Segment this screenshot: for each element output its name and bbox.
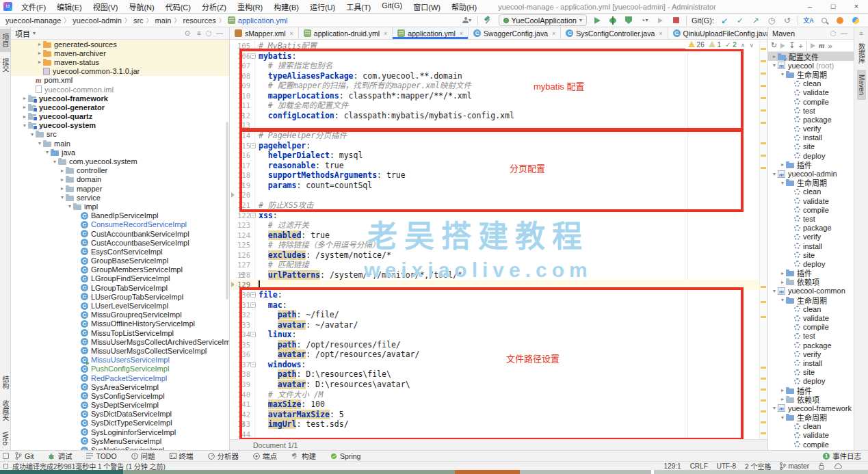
tree-item[interactable]: site [768,250,854,259]
tree-item[interactable]: CBanedIpServiceImpl [11,211,229,220]
tool-strip-button-Web[interactable]: Web [1,427,10,450]
maximize-button[interactable]: □ [821,0,845,13]
tree-item[interactable]: ▸mapper [11,184,229,193]
chevron-right-icon[interactable]: ▸ [59,168,66,174]
tree-item[interactable]: yuecool-common.iml [11,85,229,94]
menu-item[interactable]: 运行(U) [305,0,340,14]
tree-item[interactable]: test [768,214,854,223]
lock-icon[interactable] [818,462,825,470]
chevron-right-icon[interactable]: ▸ [771,53,778,60]
tree-item[interactable]: CRedPacketServiceImpl [11,373,229,382]
tree-item[interactable]: validate [768,313,854,322]
tree-item[interactable]: ▸maven-status [11,57,229,66]
toolwindow-button-调试[interactable]: 调试 [48,451,72,461]
tree-item[interactable]: verify [768,233,854,241]
editor-tab[interactable]: sMapper.xml× [230,27,299,39]
tree-item[interactable]: install [768,241,854,250]
editor-tab[interactable]: CQiniuUploadFileConfig.java× [668,27,767,39]
tree-item[interactable]: CMissuGroupreqServiceImpl [11,311,229,319]
menu-item[interactable]: 导航(N) [124,0,159,14]
tree-item[interactable]: CSysDeptServiceImpl [11,401,229,410]
chevron-right-icon[interactable]: ▸ [59,185,66,192]
breadcrumb-item[interactable]: yuecool-admin [73,16,122,25]
maven-download-icon[interactable]: ↧ [789,41,795,50]
toolwindow-button-问题[interactable]: 问题 [131,451,155,461]
chevron-down-icon[interactable]: ▾ [779,297,786,303]
tool-strip-button-收藏夹[interactable]: 收藏夹 [0,395,11,425]
menu-item[interactable]: 编辑(E) [52,0,87,14]
menu-item[interactable]: 文件(F) [16,0,51,14]
chevron-down-icon[interactable]: ▾ [51,159,58,165]
tree-item[interactable]: yuecool-common-3.1.0.jar [11,67,229,76]
chevron-right-icon[interactable]: ▸ [36,59,43,65]
chevron-down-icon[interactable]: ▾ [779,414,786,421]
tree-item[interactable]: CMissuUsersServiceImpl [11,356,229,365]
chevron-right-icon[interactable]: ▸ [59,176,66,183]
encoding[interactable]: UTF-8 [717,462,736,470]
plugin-ball-icon[interactable] [850,15,861,26]
git-update-icon[interactable]: ↙ [719,15,730,26]
tree-item[interactable]: CEsysConfServiceImpl [11,247,229,256]
tree-item[interactable]: compile [768,97,854,106]
editor-line[interactable]: 124 enabled: true [230,231,759,241]
chevron-down-icon[interactable]: ▾ [771,288,778,294]
next-problem-icon[interactable]: ∨ [749,42,754,49]
tree-item[interactable]: ▾service [11,193,229,202]
tree-item[interactable]: mpom.xml [11,76,229,85]
tree-item[interactable]: CSysMenuServiceImpl [11,436,229,445]
translate-icon[interactable]: 文A [803,15,814,26]
user-profile-icon[interactable]: ▾ [462,15,473,26]
tree-item[interactable]: package [768,341,854,350]
tree-item[interactable]: ▸依赖项 [768,278,854,287]
fold-marker-icon[interactable]: − [250,213,256,218]
tab-close-icon[interactable]: × [460,30,463,37]
editor-tab[interactable]: application.yml× [393,27,469,39]
hide-panel-icon[interactable]: — [214,29,225,37]
tree-item[interactable]: CSysDictDataServiceImpl [11,410,229,419]
tree-item[interactable]: verify [768,350,854,358]
locate-file-icon[interactable]: ⊙ [183,29,192,37]
run-button[interactable] [592,15,603,26]
hide-panel-icon[interactable]: — [839,29,850,37]
rollback-icon[interactable]: ↺ [782,15,793,26]
maven-run-config-icon[interactable] [780,43,785,49]
tree-item[interactable]: compile [768,323,854,332]
chevron-right-icon[interactable]: ▸ [36,41,43,47]
tree-item[interactable]: ▸插件 [768,160,854,169]
event-log-button[interactable]: 1事件日志 [823,451,861,461]
debug-button[interactable] [607,15,618,26]
breadcrumb-item[interactable]: main [155,16,172,25]
chevron-down-icon[interactable]: ▾ [771,171,778,177]
editor-tab[interactable]: application-druid.yml× [299,27,393,39]
tree-item[interactable]: test [768,106,854,115]
chevron-right-icon[interactable]: ▸ [779,270,786,276]
tree-item[interactable]: validate [768,88,854,97]
chevron-right-icon[interactable]: ▸ [36,50,43,56]
gear-icon[interactable] [830,31,836,36]
scrollbar[interactable] [226,122,228,300]
editor[interactable]: 26 1 ✓ 2 ∧ ∨ 老吴搭建教程 weixiaolive.com 105#… [230,40,767,439]
toolwindow-button-构建[interactable]: 构建 [291,451,316,461]
tree-item[interactable]: CCustAccountbaseServiceImpl [11,238,229,247]
editor-line[interactable]: 127 # 匹配链接 [230,260,759,270]
maven-more-icon[interactable]: » [828,42,832,50]
chevron-right-icon[interactable]: ▸ [21,114,28,120]
chevron-down-icon[interactable]: ▾ [779,180,786,186]
menu-item[interactable]: Git(G) [377,0,407,14]
chevron-right-icon[interactable]: ▸ [779,396,786,402]
tree-item[interactable]: ▸yuecool-framework [11,94,229,103]
plugin-orange-icon[interactable] [834,15,845,26]
tool-strip-button-Maven[interactable]: Maven [857,70,866,100]
tree-item[interactable]: ▸domain [11,175,229,184]
toolwindow-button-Spring[interactable]: Spring [330,452,360,460]
tree-item[interactable]: ▸依赖项 [768,395,854,404]
tree-item[interactable]: CMissuUserMsgsCollectServiceImpl [11,346,229,355]
menu-item[interactable]: 窗口(W) [408,0,445,14]
tree-item[interactable]: CLGroupFindServiceImpl [11,274,229,283]
error-stripe[interactable] [759,40,767,439]
breadcrumb-item[interactable]: resources [183,16,215,25]
tree-item[interactable]: CLGroupTabServiceImpl [11,283,229,292]
close-button[interactable]: × [845,0,868,13]
tree-item[interactable]: CSysAreaServiceImpl [11,382,229,391]
tree-item[interactable]: CSysDictTypeServiceImpl [11,419,229,427]
